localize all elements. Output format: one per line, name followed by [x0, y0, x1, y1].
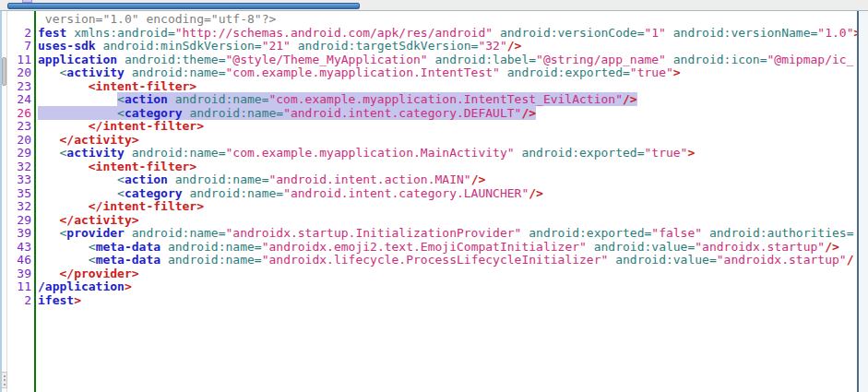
code-line[interactable]: 24 <action android:name="com.example.mya… [7, 93, 857, 107]
line-number[interactable]: 7 [7, 40, 31, 53]
code-segment: application [38, 53, 117, 66]
code-line[interactable]: 23 </intent-filter> [7, 120, 857, 134]
code-line[interactable]: 46 <meta-data android:name="androidx.lif… [7, 254, 857, 267]
code-segment: android:name= [175, 92, 269, 106]
line-number[interactable]: 35 [7, 187, 31, 201]
code-segment: android:name= [175, 172, 269, 186]
code-segment: meta-data [96, 253, 161, 267]
code-segment: /application [38, 279, 125, 293]
code-segment [38, 240, 89, 254]
horizontal-scrollbar-track[interactable] [0, 0, 868, 11]
code-text: application android:theme="@style/Theme_… [31, 53, 853, 66]
line-number[interactable]: 39 [7, 267, 31, 281]
code-segment: provider [66, 226, 125, 240]
resize-grip[interactable] [1, 372, 7, 388]
code-segment [500, 65, 507, 79]
code-text: <activity android:name="com.example.myap… [31, 65, 681, 79]
line-number[interactable]: 39 [7, 227, 31, 241]
code-segment: "21" [262, 39, 291, 53]
code-segment: <intent-filter> [89, 160, 196, 173]
code-line[interactable]: 29 </activity> [7, 214, 857, 228]
line-number[interactable]: 23 [7, 80, 31, 94]
code-line[interactable]: 29 <activity android:name="com.example.m… [7, 147, 857, 160]
line-number[interactable]: 11 [7, 53, 31, 67]
code-segment: "androidx.startup" [717, 253, 847, 267]
code-segment: "android.intent.action.MAIN" [268, 172, 470, 186]
line-number[interactable]: 29 [7, 214, 31, 228]
line-number[interactable]: 32 [7, 160, 31, 174]
code-line[interactable]: 20 </activity> [7, 134, 857, 148]
code-line[interactable]: 39 <provider android:name="androidx.star… [7, 227, 857, 241]
code-segment: /> [623, 92, 637, 106]
code-segment [38, 267, 59, 280]
code-text: </activity> [31, 133, 139, 147]
code-line[interactable]: 35 <category android:name="android.inten… [7, 187, 857, 201]
code-line[interactable]: 11/application> [7, 280, 857, 294]
code-text: <action android:name="com.example.myappl… [31, 92, 637, 106]
line-number[interactable]: 20 [7, 66, 31, 80]
line-number[interactable]: 11 [7, 280, 31, 294]
code-segment [125, 146, 132, 160]
code-segment: > [74, 293, 81, 307]
left-scrollbar-track[interactable] [0, 11, 7, 392]
code-segment [38, 213, 59, 227]
code-segment [125, 65, 132, 79]
code-line[interactable]: 2fest xmlns:android="http://schemas.andr… [7, 27, 857, 41]
code-segment: "true" [630, 65, 673, 79]
code-editor[interactable]: version="1.0" encoding="utf-8"?>2fest xm… [7, 11, 859, 392]
code-segment: android:exported= [507, 65, 630, 79]
code-segment: activity [66, 146, 125, 160]
code-segment: "android.intent.category.DEFAULT" [283, 106, 521, 120]
line-number[interactable]: 24 [7, 93, 31, 107]
code-segment: /> [521, 106, 536, 120]
code-line[interactable]: 2ifest> [7, 294, 857, 308]
code-segment [38, 119, 89, 133]
line-number[interactable]: 23 [7, 120, 31, 134]
code-segment: meta-data [96, 240, 161, 254]
grip-dot [4, 375, 6, 377]
code-line[interactable]: 7uses-sdk android:minSdkVersion="21" and… [7, 40, 857, 53]
code-text: <category android:name="android.intent.c… [31, 186, 543, 200]
line-number[interactable]: 2 [7, 294, 31, 308]
code-line[interactable]: version="1.0" encoding="utf-8"?> [7, 13, 857, 27]
code-line[interactable]: 20 <activity android:name="com.example.m… [7, 66, 857, 80]
code-text: <category android:name="android.intent.c… [31, 106, 536, 120]
code-line[interactable]: 33 <action android:name="android.intent.… [7, 173, 857, 187]
code-segment: category [125, 106, 183, 120]
code-segment: /> [825, 240, 839, 254]
code-segment: android:exported= [521, 146, 644, 160]
left-scrollbar-thumb[interactable] [2, 57, 6, 86]
line-number[interactable]: 33 [7, 173, 31, 187]
code-line[interactable]: 43 <meta-data android:name="androidx.emo… [7, 241, 857, 255]
horizontal-scrollbar-thumb[interactable] [7, 3, 360, 9]
code-segment [493, 26, 500, 40]
line-number[interactable]: 2 [7, 27, 31, 41]
code-line[interactable]: 32 </intent-filter> [7, 200, 857, 214]
code-segment: action [125, 92, 168, 106]
code-text: <meta-data android:name="androidx.emoji2… [31, 240, 839, 254]
code-line[interactable]: 32 <intent-filter> [7, 160, 857, 174]
line-number[interactable]: 46 [7, 254, 31, 267]
line-number[interactable]: 26 [7, 107, 31, 121]
code-segment: "androidx.startup" [695, 240, 825, 254]
code-line[interactable]: 11application android:theme="@style/Them… [7, 53, 857, 67]
code-line[interactable]: 39 </provider> [7, 267, 857, 281]
code-segment [666, 53, 673, 66]
code-segment [38, 65, 59, 79]
line-number[interactable]: 29 [7, 147, 31, 160]
line-number[interactable]: 32 [7, 200, 31, 214]
code-segment: android:value= [594, 240, 696, 254]
code-text: <intent-filter> [31, 160, 196, 173]
code-line[interactable]: 26 <category android:name="android.inten… [7, 107, 857, 121]
code-line[interactable]: 23 <intent-filter> [7, 80, 857, 94]
code-text: fest xmlns:android="http://schemas.andro… [31, 26, 859, 40]
code-segment [125, 226, 132, 240]
code-segment: android:name= [132, 226, 226, 240]
line-number[interactable]: 43 [7, 241, 31, 255]
line-number[interactable]: 20 [7, 134, 31, 148]
code-segment: android:exported= [529, 226, 651, 240]
code-text: version="1.0" encoding="utf-8"?> [31, 12, 276, 26]
right-scrollbar-track[interactable] [859, 11, 868, 392]
code-segment: android:value= [615, 253, 717, 267]
code-segment: android:versionName= [673, 26, 818, 40]
